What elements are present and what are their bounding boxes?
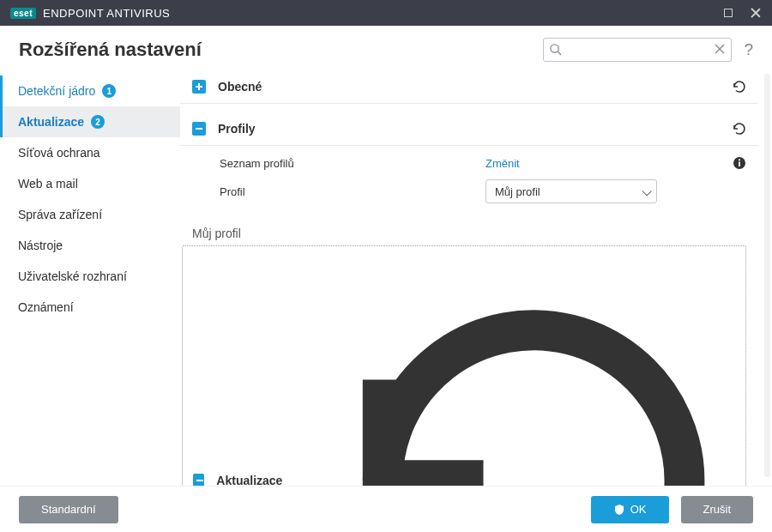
sidebar-item-label: Správa zařízení bbox=[18, 208, 102, 221]
profiles-list-label: Seznam profilů bbox=[220, 157, 486, 170]
current-profile-heading: Můj profil bbox=[180, 218, 758, 242]
help-icon[interactable]: ? bbox=[744, 40, 753, 59]
sidebar-item-detection[interactable]: Detekční jádro 1 bbox=[0, 76, 180, 106]
titlebar: eset ENDPOINT ANTIVIRUS bbox=[0, 0, 772, 26]
undo-icon[interactable] bbox=[731, 121, 746, 136]
section-title: Profily bbox=[218, 122, 256, 136]
expand-icon[interactable] bbox=[192, 80, 206, 94]
profile-select[interactable]: Můj profil bbox=[486, 179, 657, 203]
sidebar-item-devices[interactable]: Správa zařízení bbox=[0, 199, 180, 230]
page-title: Rozšířená nastavení bbox=[19, 39, 202, 61]
badge: 1 bbox=[102, 84, 116, 98]
sidebar: Detekční jádro 1 Aktualizace 2 Síťová oc… bbox=[0, 70, 180, 491]
sidebar-item-update[interactable]: Aktualizace 2 bbox=[0, 106, 180, 137]
ok-button[interactable]: OK bbox=[591, 496, 669, 523]
undo-icon[interactable] bbox=[282, 254, 735, 491]
svg-point-0 bbox=[551, 45, 558, 52]
sidebar-item-network[interactable]: Síťová ochrana bbox=[0, 137, 180, 168]
shield-icon bbox=[613, 504, 625, 516]
cancel-button[interactable]: Zrušit bbox=[681, 496, 754, 523]
sidebar-item-label: Nástroje bbox=[18, 239, 63, 252]
section-profiles: Profily Seznam profilů Změnit Profil Můj… bbox=[180, 112, 758, 491]
brand: eset ENDPOINT ANTIVIRUS bbox=[10, 7, 170, 20]
sidebar-item-label: Uživatelské rozhraní bbox=[18, 269, 127, 283]
undo-icon[interactable] bbox=[731, 79, 746, 94]
svg-point-6 bbox=[739, 159, 740, 160]
brand-text: ENDPOINT ANTIVIRUS bbox=[43, 7, 170, 20]
section-general: Obecné bbox=[180, 70, 758, 104]
badge: 2 bbox=[91, 115, 105, 129]
sidebar-item-label: Web a mail bbox=[18, 177, 78, 190]
collapse-icon[interactable] bbox=[192, 122, 206, 136]
clear-search-icon[interactable] bbox=[714, 43, 726, 55]
header: Rozšířená nastavení ? bbox=[0, 26, 772, 70]
info-icon[interactable] bbox=[733, 156, 746, 170]
footer: Standardní OK Zrušit bbox=[0, 486, 772, 532]
sidebar-item-label: Oznámení bbox=[18, 300, 74, 314]
window-controls bbox=[722, 7, 762, 19]
search-icon bbox=[549, 43, 562, 56]
profile-label: Profil bbox=[220, 185, 486, 198]
maximize-icon[interactable] bbox=[722, 7, 734, 19]
section-update: Aktualizace Typ aktualizace Standardní a… bbox=[182, 245, 746, 491]
sidebar-item-web-mail[interactable]: Web a mail bbox=[0, 168, 180, 199]
main-panel: Obecné Profily Seznam profilů Změnit bbox=[180, 70, 772, 491]
sidebar-item-label: Síťová ochrana bbox=[18, 146, 100, 160]
svg-rect-5 bbox=[739, 162, 740, 167]
brand-badge: eset bbox=[10, 8, 36, 19]
search-input[interactable] bbox=[543, 38, 732, 62]
profiles-change-link[interactable]: Změnit bbox=[486, 157, 520, 170]
sidebar-item-label: Detekční jádro bbox=[18, 84, 95, 98]
sidebar-item-ui[interactable]: Uživatelské rozhraní bbox=[0, 261, 180, 292]
close-icon[interactable] bbox=[750, 7, 762, 19]
default-button[interactable]: Standardní bbox=[19, 496, 118, 523]
sidebar-item-tools[interactable]: Nástroje bbox=[0, 230, 180, 261]
search-box bbox=[543, 38, 732, 62]
section-title: Obecné bbox=[218, 80, 262, 94]
sidebar-item-label: Aktualizace bbox=[18, 115, 84, 129]
svg-line-1 bbox=[558, 51, 562, 55]
sidebar-item-notifications[interactable]: Oznámení bbox=[0, 292, 180, 323]
